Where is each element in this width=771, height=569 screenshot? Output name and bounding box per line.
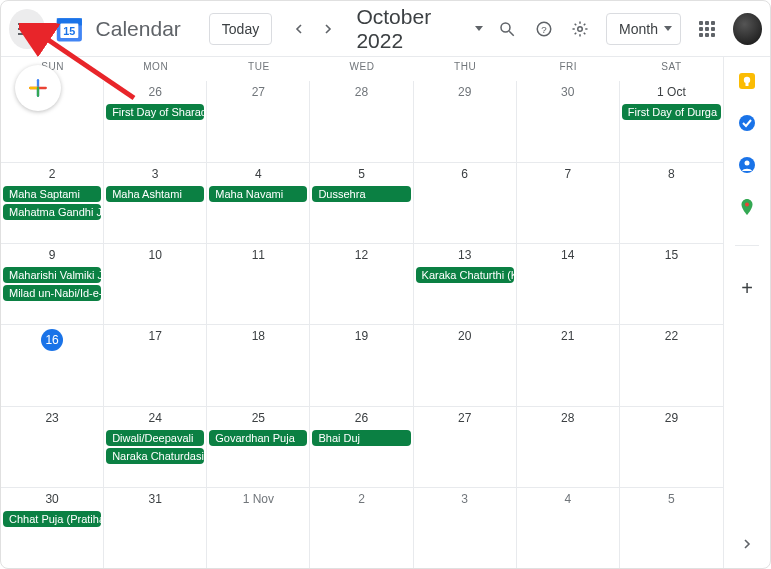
day-cell[interactable]: 15 (620, 244, 723, 324)
day-cell[interactable]: 30 (517, 81, 620, 162)
day-cell[interactable]: 2Maha SaptamiMahatma Gandhi Ja (1, 163, 104, 243)
day-number: 12 (310, 244, 412, 266)
day-cell[interactable]: 4 (517, 488, 620, 568)
maps-icon[interactable] (737, 197, 757, 217)
calendar-event[interactable]: Chhat Puja (Pratihar (3, 511, 101, 527)
day-cell[interactable]: 2 (310, 488, 413, 568)
search-button[interactable] (491, 11, 523, 47)
hamburger-icon (18, 23, 36, 35)
day-cell[interactable]: 5Dussehra (310, 163, 413, 243)
day-cell[interactable]: 28 (517, 407, 620, 487)
day-cell[interactable]: 17 (104, 325, 207, 405)
calendar-event[interactable]: Dussehra (312, 186, 410, 202)
contacts-icon[interactable] (737, 155, 757, 175)
day-number: 30 (1, 488, 103, 510)
day-cell[interactable]: 8 (620, 163, 723, 243)
day-cell[interactable]: 29 (620, 407, 723, 487)
hide-side-panel-button[interactable] (735, 532, 759, 556)
google-apps-button[interactable] (691, 11, 723, 47)
day-number: 13 (414, 244, 516, 266)
day-number: 30 (517, 81, 619, 103)
caret-down-icon (475, 26, 483, 31)
svg-point-14 (745, 161, 750, 166)
calendar-event[interactable]: First Day of Durga Puja (622, 104, 721, 120)
today-button[interactable]: Today (209, 13, 272, 45)
calendar-event[interactable]: Maha Saptami (3, 186, 101, 202)
day-cell[interactable]: 30Chhat Puja (Pratihar (1, 488, 104, 568)
app-title: Calendar (96, 17, 181, 41)
next-month-button[interactable] (315, 15, 340, 43)
calendar-event[interactable]: Bhai Duj (312, 430, 410, 446)
day-cell[interactable]: 6 (414, 163, 517, 243)
day-number: 10 (104, 244, 206, 266)
day-cell[interactable]: 3 (414, 488, 517, 568)
calendar-event[interactable]: First Day of Sharad Nav (106, 104, 204, 120)
calendar-event[interactable]: Govardhan Puja (209, 430, 307, 446)
day-number: 31 (104, 488, 206, 510)
day-cell[interactable]: 27 (207, 81, 310, 162)
calendar-event[interactable]: Karaka Chaturthi (Ka (416, 267, 514, 283)
keep-icon[interactable] (737, 71, 757, 91)
day-cell[interactable]: 16 (1, 325, 104, 405)
day-cell[interactable]: 26Bhai Duj (310, 407, 413, 487)
day-cell[interactable]: 24Diwali/DeepavaliNaraka Chaturdasi (104, 407, 207, 487)
day-cell[interactable]: 28 (310, 81, 413, 162)
day-cell[interactable]: 3Maha Ashtami (104, 163, 207, 243)
day-number: 2 (1, 163, 103, 185)
day-cell[interactable]: 11 (207, 244, 310, 324)
calendar-event[interactable]: Maha Navami (209, 186, 307, 202)
day-cell[interactable]: 18 (207, 325, 310, 405)
day-cell[interactable]: 13Karaka Chaturthi (Ka (414, 244, 517, 324)
help-button[interactable]: ? (527, 11, 559, 47)
day-cell[interactable]: 1 OctFirst Day of Durga Puja (620, 81, 723, 162)
day-number: 16 (1, 325, 103, 347)
calendar-event[interactable]: Mahatma Gandhi Ja (3, 204, 101, 220)
day-cell[interactable]: 12 (310, 244, 413, 324)
day-cell[interactable]: 1 Nov (207, 488, 310, 568)
week-row: 9Maharishi Valmiki JaMilad un-Nabi/Id-e-… (1, 243, 723, 324)
day-cell[interactable]: 21 (517, 325, 620, 405)
day-cell[interactable]: 4Maha Navami (207, 163, 310, 243)
get-addons-button[interactable]: + (737, 278, 757, 298)
day-number: 28 (310, 81, 412, 103)
day-cell[interactable]: 20 (414, 325, 517, 405)
prev-month-button[interactable] (286, 15, 311, 43)
day-cell[interactable]: 27 (414, 407, 517, 487)
day-number: 8 (620, 163, 723, 185)
day-cell[interactable]: 14 (517, 244, 620, 324)
week-row: 30Chhat Puja (Pratihar311 Nov2345 (1, 487, 723, 568)
day-cell[interactable]: 10 (104, 244, 207, 324)
day-cell[interactable]: 19 (310, 325, 413, 405)
search-icon (498, 20, 516, 38)
settings-button[interactable] (564, 11, 596, 47)
calendar-event[interactable]: Milad un-Nabi/Id-e-M (3, 285, 101, 301)
day-number: 19 (310, 325, 412, 347)
tasks-icon[interactable] (737, 113, 757, 133)
day-cell[interactable]: 9Maharishi Valmiki JaMilad un-Nabi/Id-e-… (1, 244, 104, 324)
day-cell[interactable]: 5 (620, 488, 723, 568)
weeks-container: 2526First Day of Sharad Nav272829301 Oct… (1, 81, 723, 568)
month-picker[interactable]: October 2022 (356, 5, 483, 53)
calendar-event[interactable]: Maharishi Valmiki Ja (3, 267, 101, 283)
day-number: 2 (310, 488, 412, 510)
day-cell[interactable]: 22 (620, 325, 723, 405)
calendar-event[interactable]: Naraka Chaturdasi (106, 448, 204, 464)
day-cell[interactable]: 26First Day of Sharad Nav (104, 81, 207, 162)
day-number: 29 (620, 407, 723, 429)
main-menu-button[interactable] (9, 9, 45, 49)
create-event-fab[interactable] (15, 65, 61, 111)
svg-point-12 (739, 115, 755, 131)
account-avatar[interactable] (733, 13, 762, 45)
day-cell[interactable]: 31 (104, 488, 207, 568)
gear-icon (571, 20, 589, 38)
day-number: 25 (207, 407, 309, 429)
day-cell[interactable]: 29 (414, 81, 517, 162)
chevron-right-icon (323, 24, 333, 34)
calendar-event[interactable]: Diwali/Deepavali (106, 430, 204, 446)
view-switcher[interactable]: Month (606, 13, 681, 45)
calendar-event[interactable]: Maha Ashtami (106, 186, 204, 202)
day-cell[interactable]: 25Govardhan Puja (207, 407, 310, 487)
chevron-left-icon (294, 24, 304, 34)
day-cell[interactable]: 7 (517, 163, 620, 243)
day-cell[interactable]: 23 (1, 407, 104, 487)
